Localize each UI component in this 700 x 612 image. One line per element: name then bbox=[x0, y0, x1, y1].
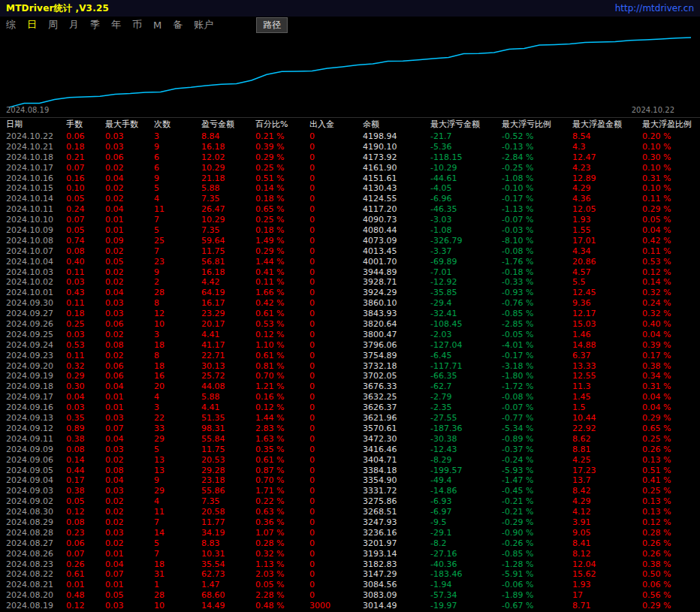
table-cell: 0.12 bbox=[66, 601, 105, 611]
table-cell: -0.06 % bbox=[502, 580, 572, 590]
table-row[interactable]: 2024.09.180.300.042044.081.21 %03676.33-… bbox=[6, 381, 700, 392]
table-cell: 62.73 bbox=[201, 569, 255, 580]
table-row[interactable]: 2024.08.290.080.02711.770.36 %03247.93-9… bbox=[6, 517, 700, 528]
table-row[interactable]: 2024.09.060.140.021320.530.61 %03404.71-… bbox=[6, 455, 700, 466]
table-row[interactable]: 2024.08.210.010.0111.470.05 %03084.56-1.… bbox=[6, 580, 700, 590]
table-row[interactable]: 2024.09.160.030.0134.410.12 %03626.37-2.… bbox=[6, 402, 700, 413]
menu-item-year[interactable]: 年 bbox=[111, 18, 121, 32]
table-cell: 0.04 % bbox=[642, 402, 700, 413]
table-cell: -6.93 bbox=[430, 496, 502, 507]
menu-item-month[interactable]: 月 bbox=[69, 18, 79, 32]
table-cell: -66.35 bbox=[430, 371, 502, 381]
table-row[interactable]: 2024.10.210.180.03916.180.39 %04190.10-5… bbox=[6, 142, 700, 152]
table-row[interactable]: 2024.09.250.030.0234.410.12 %03800.47-2.… bbox=[6, 330, 700, 340]
menu-item-m[interactable]: M bbox=[153, 20, 161, 31]
table-row[interactable]: 2024.09.230.110.02822.710.61 %03754.89-6… bbox=[6, 351, 700, 361]
table-cell: 0.17 bbox=[66, 475, 105, 486]
table-row[interactable]: 2024.10.150.100.0255.880.14 %04130.43-4.… bbox=[6, 183, 700, 194]
table-row[interactable]: 2024.10.080.740.092559.641.49 %04073.09-… bbox=[6, 236, 700, 246]
table-row[interactable]: 2024.10.160.160.04921.180.51 %04151.61-4… bbox=[6, 173, 700, 184]
table-row[interactable]: 2024.10.140.050.0247.350.18 %04124.55-6.… bbox=[6, 194, 700, 204]
menu-item-currency[interactable]: 币 bbox=[132, 18, 142, 32]
table-cell: 2024.08.23 bbox=[6, 559, 66, 570]
table-cell: 0.13 % bbox=[642, 455, 700, 466]
table-cell: 0.70 % bbox=[255, 475, 309, 486]
table-row[interactable]: 2024.08.220.610.073162.732.03 %03147.29-… bbox=[6, 569, 700, 580]
menu-item-summary[interactable]: 综 bbox=[6, 18, 16, 32]
table-cell: 4.36 bbox=[572, 194, 642, 204]
table-row[interactable]: 2024.09.120.890.073398.312.83 %03570.61-… bbox=[6, 424, 700, 434]
table-row[interactable]: 2024.09.030.380.032955.861.71 %03331.72-… bbox=[6, 486, 700, 496]
table-cell: 2024.09.18 bbox=[6, 381, 66, 392]
table-cell: 59.64 bbox=[201, 236, 255, 246]
table-row[interactable]: 2024.10.010.430.042864.191.66 %03924.29-… bbox=[6, 288, 700, 298]
table-cell: 6.37 bbox=[572, 351, 642, 361]
table-row[interactable]: 2024.08.190.120.031014.490.48 %30003014.… bbox=[6, 601, 700, 611]
menu-item-quarter[interactable]: 季 bbox=[90, 18, 100, 32]
table-row[interactable]: 2024.10.090.050.0157.350.18 %04080.44-1.… bbox=[6, 225, 700, 236]
table-row[interactable]: 2024.09.020.050.0247.350.22 %03275.86-6.… bbox=[6, 496, 700, 507]
table-cell: 0.04 % bbox=[642, 330, 700, 340]
table-cell: 31 bbox=[154, 569, 201, 580]
table-cell: -1.72 % bbox=[502, 381, 572, 392]
table-row[interactable]: 2024.09.130.350.032251.351.44 %03621.96-… bbox=[6, 413, 700, 424]
table-cell: 0.25 % bbox=[642, 486, 700, 496]
table-row[interactable]: 2024.08.230.260.041835.541.13 %03182.83-… bbox=[6, 559, 700, 570]
table-row[interactable]: 2024.10.110.240.041126.470.65 %04117.20-… bbox=[6, 204, 700, 215]
table-row[interactable]: 2024.08.300.120.021120.580.63 %03268.51-… bbox=[6, 507, 700, 517]
table-row[interactable]: 2024.08.260.070.01710.310.32 %03193.14-2… bbox=[6, 549, 700, 559]
table-cell: 0.06 bbox=[105, 361, 154, 372]
table-row[interactable]: 2024.08.270.060.0258.830.28 %03201.97-8.… bbox=[6, 538, 700, 549]
table-cell: 0 bbox=[309, 351, 363, 361]
table-row[interactable]: 2024.09.270.180.031223.290.61 %03843.93-… bbox=[6, 309, 700, 319]
table-row[interactable]: 2024.10.170.070.02610.290.25 %04161.90-1… bbox=[6, 163, 700, 173]
menu-item-account[interactable]: 账户 bbox=[194, 18, 213, 32]
table-cell: 12.45 bbox=[572, 288, 642, 298]
table-row[interactable]: 2024.09.300.110.03816.170.42 %03860.10-2… bbox=[6, 298, 700, 309]
table-row[interactable]: 2024.10.070.080.02711.750.29 %04013.45-3… bbox=[6, 246, 700, 257]
table-row[interactable]: 2024.08.200.480.052868.602.28 %03083.09-… bbox=[6, 590, 700, 601]
table-row[interactable]: 2024.10.180.210.06612.020.29 %04173.92-1… bbox=[6, 152, 700, 163]
table-cell: 0.05 bbox=[105, 590, 154, 601]
table-row[interactable]: 2024.09.090.080.03511.750.35 %03416.46-1… bbox=[6, 445, 700, 455]
table-cell: 3754.89 bbox=[363, 351, 430, 361]
table-cell: 0.20 % bbox=[642, 131, 700, 142]
table-row[interactable]: 2024.09.190.290.061625.720.70 %03702.05-… bbox=[6, 371, 700, 381]
table-cell: 7.35 bbox=[201, 194, 255, 204]
table-cell: 20.53 bbox=[201, 455, 255, 466]
menu-item-day[interactable]: 日 bbox=[27, 18, 37, 32]
path-button[interactable]: 路径 bbox=[256, 17, 288, 33]
table-row[interactable]: 2024.09.200.320.061830.130.81 %03732.18-… bbox=[6, 361, 700, 372]
table-row[interactable]: 2024.08.280.230.031434.191.07 %03236.16-… bbox=[6, 528, 700, 538]
table-cell: -29.4 bbox=[430, 298, 502, 309]
table-row[interactable]: 2024.09.240.530.081841.171.10 %03796.06-… bbox=[6, 340, 700, 351]
table-cell: -0.07 % bbox=[502, 215, 572, 225]
table-cell: -0.21 % bbox=[502, 496, 572, 507]
table-cell: 2024.09.16 bbox=[6, 402, 66, 413]
table-row[interactable]: 2024.09.050.440.081329.280.87 %03384.18-… bbox=[6, 466, 700, 476]
table-cell: 0.13 % bbox=[642, 507, 700, 517]
table-row[interactable]: 2024.09.170.040.0145.880.16 %03632.25-2.… bbox=[6, 392, 700, 402]
table-cell: 44.08 bbox=[201, 381, 255, 392]
table-cell: -49.4 bbox=[430, 475, 502, 486]
menu-item-notes[interactable]: 备 bbox=[173, 18, 183, 32]
table-cell: 0 bbox=[309, 236, 363, 246]
app-url-link[interactable]: http://mtdriver.cn bbox=[615, 3, 694, 14]
table-row[interactable]: 2024.10.100.070.01710.290.25 %04090.73-3… bbox=[6, 215, 700, 225]
table-cell: 34.19 bbox=[201, 528, 255, 538]
table-cell: 0.26 % bbox=[642, 445, 700, 455]
table-row[interactable]: 2024.10.030.110.02916.180.41 %03944.89-7… bbox=[6, 267, 700, 278]
menu-item-week[interactable]: 周 bbox=[48, 18, 58, 32]
table-row[interactable]: 2024.10.220.060.0338.840.21 %04198.94-21… bbox=[6, 131, 700, 142]
table-cell: 2024.10.03 bbox=[6, 267, 66, 278]
table-cell: -1.08 bbox=[430, 225, 502, 236]
table-row[interactable]: 2024.10.020.030.0224.420.11 %03928.71-12… bbox=[6, 277, 700, 288]
table-cell: 0.29 % bbox=[642, 413, 700, 424]
table-cell: 0.11 % bbox=[642, 246, 700, 257]
table-row[interactable]: 2024.09.110.380.042955.841.63 %03472.30-… bbox=[6, 434, 700, 445]
table-cell: 2024.10.09 bbox=[6, 225, 66, 236]
table-row[interactable]: 2024.10.040.400.052356.811.44 %04001.70-… bbox=[6, 257, 700, 267]
table-row[interactable]: 2024.09.040.170.04923.180.70 %03354.90-4… bbox=[6, 475, 700, 486]
table-row[interactable]: 2024.09.260.250.061020.170.53 %03820.64-… bbox=[6, 319, 700, 330]
table-cell: 1.46 bbox=[572, 330, 642, 340]
